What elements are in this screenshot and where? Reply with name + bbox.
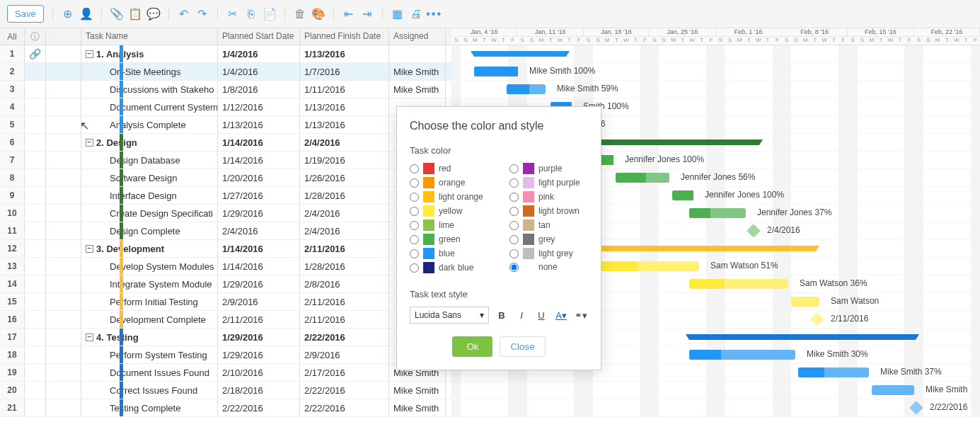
paste-icon[interactable]: 📄: [263, 8, 276, 21]
finish-date-cell[interactable]: 2/22/2016: [300, 329, 389, 346]
finish-date-cell[interactable]: 2/4/2016: [300, 134, 389, 151]
task-bar[interactable]: Jennifer Jones 100%: [672, 190, 693, 200]
color-option-orange[interactable]: orange: [410, 177, 488, 188]
color-option-pink[interactable]: pink: [509, 191, 588, 203]
finish-date-cell[interactable]: 1/28/2016: [300, 187, 389, 204]
task-bar[interactable]: Mike Smith: [872, 385, 914, 395]
finish-date-cell[interactable]: 1/28/2016: [300, 258, 389, 275]
color-option-light-brown[interactable]: light brown: [509, 205, 588, 217]
start-date-cell[interactable]: 1/4/2016: [218, 45, 300, 62]
task-row[interactable]: 7Design Database1/14/20161/19/2016: [0, 152, 451, 169]
start-date-cell[interactable]: 1/29/2016: [218, 275, 300, 292]
task-bar[interactable]: Mike Smith 30%: [689, 350, 795, 360]
task-name-cell[interactable]: Discussions with Stakeho: [81, 81, 218, 98]
summary-bar[interactable]: [575, 139, 759, 145]
task-name-cell[interactable]: Design Complete: [81, 222, 218, 239]
task-row[interactable]: 13Develop System Modules1/14/20161/28/20…: [0, 258, 451, 275]
start-date-cell[interactable]: 2/18/2016: [218, 382, 300, 399]
start-date-cell[interactable]: 2/10/2016: [218, 364, 300, 381]
color-radio[interactable]: [410, 207, 419, 216]
finish-date-cell[interactable]: 1/13/2016: [300, 45, 389, 62]
task-name-cell[interactable]: −2. Design: [81, 134, 218, 151]
task-name-cell[interactable]: Testing Complete: [81, 399, 218, 416]
finish-date-cell[interactable]: 2/11/2016: [300, 311, 389, 328]
redo-icon[interactable]: ↷: [196, 8, 209, 21]
start-date-cell[interactable]: 1/14/2016: [218, 240, 300, 257]
finish-date-cell[interactable]: 1/26/2016: [300, 169, 389, 186]
task-name-cell[interactable]: Analysis Complete: [81, 116, 218, 133]
color-option-grey[interactable]: grey: [509, 234, 588, 245]
task-row[interactable]: 8Software Design1/20/20161/26/2016: [0, 169, 451, 187]
assigned-cell[interactable]: [389, 45, 446, 62]
color-radio[interactable]: [509, 207, 519, 216]
ok-button[interactable]: Ok: [452, 336, 492, 357]
start-date-cell[interactable]: 1/29/2016: [218, 329, 300, 346]
cut-icon[interactable]: ✂: [226, 8, 239, 21]
start-date-cell[interactable]: 2/22/2016: [218, 399, 300, 416]
color-radio[interactable]: [509, 235, 519, 244]
font-select[interactable]: Lucida Sans▾: [410, 307, 489, 324]
column-start-date[interactable]: Planned Start Date: [218, 28, 300, 45]
finish-date-cell[interactable]: 2/11/2016: [300, 240, 389, 257]
task-row[interactable]: 4Document Current System1/12/20161/13/20…: [0, 98, 451, 116]
task-name-cell[interactable]: Develop System Modules: [81, 258, 218, 275]
color-option-red[interactable]: red: [410, 163, 488, 174]
start-date-cell[interactable]: 1/27/2016: [218, 187, 300, 204]
milestone-marker[interactable]: [746, 224, 761, 238]
indent-icon[interactable]: ⇥: [361, 8, 374, 21]
finish-date-cell[interactable]: 2/17/2016: [300, 364, 389, 381]
task-name-cell[interactable]: On-Site Meetings: [81, 63, 218, 80]
task-row[interactable]: 9Interface Design1/27/20161/28/2016: [0, 187, 451, 205]
task-row[interactable]: 21Testing Complete2/22/20162/22/2016Mike…: [0, 399, 451, 417]
start-date-cell[interactable]: 1/4/2016: [218, 63, 300, 80]
add-icon[interactable]: ⊕: [62, 8, 74, 21]
color-radio[interactable]: [410, 235, 419, 244]
task-bar[interactable]: Mike Smith 100%: [474, 67, 518, 76]
finish-date-cell[interactable]: 1/7/2016: [300, 63, 389, 80]
collapse-toggle[interactable]: −: [86, 245, 93, 253]
task-row[interactable]: 10Create Design Specificati1/29/20162/4/…: [0, 205, 451, 222]
summary-bar[interactable]: [474, 51, 566, 57]
task-row[interactable]: 19Document Issues Found2/10/20162/17/201…: [0, 364, 451, 382]
finish-date-cell[interactable]: 2/22/2016: [300, 382, 389, 399]
font-color-button[interactable]: A▾: [554, 308, 568, 322]
task-row[interactable]: 20Correct Issues Found2/18/20162/22/2016…: [0, 382, 451, 399]
task-name-cell[interactable]: Software Design: [81, 169, 218, 186]
print-icon[interactable]: 🖨: [410, 8, 422, 21]
finish-date-cell[interactable]: 2/11/2016: [300, 293, 389, 310]
task-row[interactable]: 1🔗−1. Analysis1/4/20161/13/2016: [0, 45, 451, 63]
task-name-cell[interactable]: Create Design Specificati: [81, 205, 218, 222]
clipboard-icon[interactable]: 📋: [129, 8, 142, 21]
start-date-cell[interactable]: 1/12/2016: [218, 98, 300, 115]
color-radio[interactable]: [509, 263, 519, 272]
task-row[interactable]: 16Development Complete2/11/20162/11/2016: [0, 311, 451, 329]
column-all[interactable]: All: [0, 28, 25, 45]
attachment-icon[interactable]: 📎: [110, 8, 123, 21]
task-row[interactable]: 14Integrate System Module1/29/20162/8/20…: [0, 275, 451, 293]
milestone-marker[interactable]: [810, 312, 824, 326]
color-option-blue[interactable]: blue: [410, 248, 488, 259]
task-bar[interactable]: Jennifer Jones 56%: [616, 173, 669, 183]
color-radio[interactable]: [509, 249, 519, 258]
finish-date-cell[interactable]: 2/8/2016: [300, 275, 389, 292]
color-radio[interactable]: [410, 193, 419, 202]
color-option-light-grey[interactable]: light grey: [509, 248, 588, 259]
column-finish-date[interactable]: Planned Finish Date: [300, 28, 389, 45]
color-option-yellow[interactable]: yellow: [410, 205, 488, 217]
task-row[interactable]: 17−4. Testing1/29/20162/22/2016: [0, 329, 451, 346]
more-icon[interactable]: •••: [428, 8, 441, 21]
task-bar[interactable]: Sam Watson: [791, 297, 819, 307]
start-date-cell[interactable]: 1/13/2016: [218, 116, 300, 133]
task-bar[interactable]: Mike Smith 59%: [507, 84, 546, 94]
assigned-cell[interactable]: Mike Smith: [389, 399, 446, 416]
finish-date-cell[interactable]: 2/9/2016: [300, 346, 389, 363]
finish-date-cell[interactable]: 2/4/2016: [300, 222, 389, 239]
underline-button[interactable]: U: [534, 308, 548, 322]
color-radio[interactable]: [410, 221, 419, 230]
italic-button[interactable]: I: [514, 308, 529, 322]
task-name-cell[interactable]: −4. Testing: [81, 329, 218, 346]
task-name-cell[interactable]: Document Current System: [81, 98, 218, 115]
start-date-cell[interactable]: 1/29/2016: [218, 205, 300, 222]
start-date-cell[interactable]: 1/20/2016: [218, 169, 300, 186]
outdent-icon[interactable]: ⇤: [342, 8, 355, 21]
